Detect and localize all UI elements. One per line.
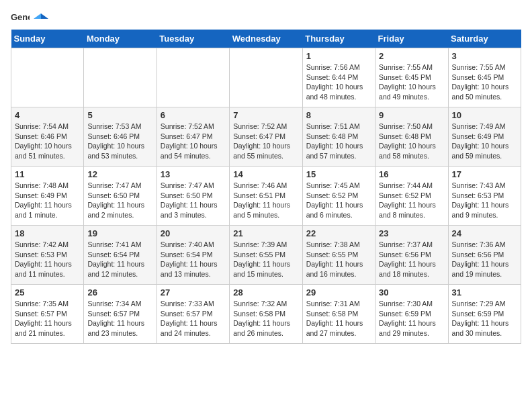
calendar-cell bbox=[230, 48, 302, 107]
cell-info: Sunset: 6:51 PM bbox=[233, 191, 298, 201]
cell-info: Daylight: 11 hours and 3 minutes. bbox=[161, 200, 226, 220]
svg-marker-2 bbox=[34, 13, 41, 19]
cell-info: Sunrise: 7:30 AM bbox=[379, 299, 444, 309]
cell-info: Sunset: 6:50 PM bbox=[161, 191, 226, 201]
date-number: 5 bbox=[87, 110, 152, 120]
cell-info: Sunrise: 7:40 AM bbox=[161, 240, 226, 250]
cell-info: Daylight: 11 hours and 19 minutes. bbox=[452, 259, 517, 279]
cell-info: Sunrise: 7:55 AM bbox=[379, 62, 444, 73]
cell-info: Sunset: 6:58 PM bbox=[233, 309, 298, 319]
week-row-3: 11Sunrise: 7:48 AMSunset: 6:49 PMDayligh… bbox=[11, 167, 521, 226]
calendar-cell: 15Sunrise: 7:45 AMSunset: 6:52 PMDayligh… bbox=[302, 167, 375, 226]
calendar-cell bbox=[84, 48, 157, 107]
calendar-cell: 5Sunrise: 7:53 AMSunset: 6:46 PMDaylight… bbox=[84, 107, 157, 167]
cell-info: Daylight: 11 hours and 24 minutes. bbox=[161, 318, 226, 338]
logo-bird-icon bbox=[34, 12, 48, 27]
cell-info: Sunrise: 7:45 AM bbox=[306, 181, 371, 191]
date-number: 9 bbox=[379, 110, 444, 120]
cell-info: Sunrise: 7:52 AM bbox=[161, 122, 226, 132]
day-header-tuesday: Tuesday bbox=[157, 30, 229, 48]
calendar-cell: 31Sunrise: 7:29 AMSunset: 6:59 PMDayligh… bbox=[448, 285, 521, 344]
cell-info: Sunset: 6:54 PM bbox=[87, 250, 152, 260]
calendar-cell: 11Sunrise: 7:48 AMSunset: 6:49 PMDayligh… bbox=[11, 167, 84, 226]
cell-info: Daylight: 10 hours and 51 minutes. bbox=[15, 141, 80, 161]
cell-info: Daylight: 11 hours and 6 minutes. bbox=[306, 200, 371, 220]
cell-info: Daylight: 10 hours and 58 minutes. bbox=[379, 141, 444, 161]
cell-info: Sunrise: 7:35 AM bbox=[15, 299, 80, 309]
cell-info: Sunrise: 7:42 AM bbox=[15, 240, 80, 250]
cell-info: Daylight: 10 hours and 55 minutes. bbox=[233, 141, 298, 161]
cell-info: Daylight: 11 hours and 2 minutes. bbox=[87, 200, 152, 220]
cell-info: Sunset: 6:47 PM bbox=[233, 132, 298, 142]
calendar-cell: 21Sunrise: 7:39 AMSunset: 6:55 PMDayligh… bbox=[230, 226, 302, 285]
calendar-cell: 16Sunrise: 7:44 AMSunset: 6:52 PMDayligh… bbox=[375, 167, 448, 226]
date-number: 20 bbox=[161, 228, 226, 238]
date-number: 3 bbox=[452, 51, 517, 61]
calendar-cell: 20Sunrise: 7:40 AMSunset: 6:54 PMDayligh… bbox=[157, 226, 229, 285]
cell-info: Sunrise: 7:33 AM bbox=[161, 299, 226, 309]
calendar-cell: 6Sunrise: 7:52 AMSunset: 6:47 PMDaylight… bbox=[157, 107, 229, 167]
calendar-cell: 14Sunrise: 7:46 AMSunset: 6:51 PMDayligh… bbox=[230, 167, 302, 226]
svg-marker-1 bbox=[41, 13, 48, 19]
cell-info: Sunset: 6:45 PM bbox=[379, 73, 444, 83]
date-number: 28 bbox=[233, 287, 298, 298]
cell-info: Sunrise: 7:51 AM bbox=[306, 122, 371, 132]
cell-info: Daylight: 11 hours and 12 minutes. bbox=[87, 259, 152, 279]
cell-info: Daylight: 11 hours and 26 minutes. bbox=[233, 318, 298, 338]
cell-info: Sunrise: 7:49 AM bbox=[452, 122, 517, 132]
cell-info: Sunset: 6:52 PM bbox=[379, 191, 444, 201]
cell-info: Sunrise: 7:52 AM bbox=[233, 122, 298, 132]
cell-info: Sunset: 6:56 PM bbox=[452, 250, 517, 260]
cell-info: Daylight: 11 hours and 9 minutes. bbox=[452, 200, 517, 220]
cell-info: Sunrise: 7:50 AM bbox=[379, 122, 444, 132]
cell-info: Daylight: 11 hours and 21 minutes. bbox=[15, 318, 80, 338]
date-number: 29 bbox=[306, 287, 371, 298]
date-number: 19 bbox=[87, 228, 152, 238]
calendar-cell: 27Sunrise: 7:33 AMSunset: 6:57 PMDayligh… bbox=[157, 285, 229, 344]
calendar-cell: 26Sunrise: 7:34 AMSunset: 6:57 PMDayligh… bbox=[84, 285, 157, 344]
day-header-monday: Monday bbox=[84, 30, 157, 48]
cell-info: Sunrise: 7:47 AM bbox=[161, 181, 226, 191]
cell-info: Daylight: 10 hours and 50 minutes. bbox=[452, 82, 517, 101]
cell-info: Sunset: 6:57 PM bbox=[161, 309, 226, 319]
cell-info: Sunset: 6:54 PM bbox=[161, 250, 226, 260]
cell-info: Sunrise: 7:47 AM bbox=[87, 181, 152, 191]
cell-info: Sunset: 6:53 PM bbox=[15, 250, 80, 260]
date-number: 30 bbox=[379, 287, 444, 298]
date-number: 10 bbox=[452, 110, 517, 120]
cell-info: Daylight: 10 hours and 54 minutes. bbox=[161, 141, 226, 161]
header: General bbox=[11, 11, 521, 24]
cell-info: Sunrise: 7:39 AM bbox=[233, 240, 298, 250]
calendar-cell: 25Sunrise: 7:35 AMSunset: 6:57 PMDayligh… bbox=[11, 285, 84, 344]
calendar-cell: 22Sunrise: 7:38 AMSunset: 6:55 PMDayligh… bbox=[302, 226, 375, 285]
cell-info: Sunrise: 7:29 AM bbox=[452, 299, 517, 309]
cell-info: Sunset: 6:59 PM bbox=[452, 309, 517, 319]
cell-info: Daylight: 10 hours and 48 minutes. bbox=[306, 82, 371, 101]
cell-info: Sunset: 6:44 PM bbox=[306, 73, 371, 83]
cell-info: Sunrise: 7:46 AM bbox=[233, 181, 298, 191]
cell-info: Sunrise: 7:43 AM bbox=[452, 181, 517, 191]
date-number: 13 bbox=[161, 169, 226, 179]
cell-info: Sunrise: 7:37 AM bbox=[379, 240, 444, 250]
calendar-cell: 7Sunrise: 7:52 AMSunset: 6:47 PMDaylight… bbox=[230, 107, 302, 167]
date-number: 21 bbox=[233, 228, 298, 238]
day-header-thursday: Thursday bbox=[302, 30, 375, 48]
calendar-cell: 9Sunrise: 7:50 AMSunset: 6:48 PMDaylight… bbox=[375, 107, 448, 167]
calendar-cell: 18Sunrise: 7:42 AMSunset: 6:53 PMDayligh… bbox=[11, 226, 84, 285]
cell-info: Daylight: 11 hours and 30 minutes. bbox=[452, 318, 517, 338]
week-row-2: 4Sunrise: 7:54 AMSunset: 6:46 PMDaylight… bbox=[11, 107, 521, 167]
date-number: 17 bbox=[452, 169, 517, 179]
cell-info: Sunset: 6:46 PM bbox=[15, 132, 80, 142]
date-number: 31 bbox=[452, 287, 517, 298]
calendar-cell: 29Sunrise: 7:31 AMSunset: 6:58 PMDayligh… bbox=[302, 285, 375, 344]
date-number: 23 bbox=[379, 228, 444, 238]
cell-info: Daylight: 10 hours and 49 minutes. bbox=[379, 82, 444, 101]
week-row-1: 1Sunrise: 7:56 AMSunset: 6:44 PMDaylight… bbox=[11, 48, 521, 107]
cell-info: Sunset: 6:55 PM bbox=[306, 250, 371, 260]
date-number: 22 bbox=[306, 228, 371, 238]
cell-info: Sunset: 6:57 PM bbox=[87, 309, 152, 319]
date-number: 8 bbox=[306, 110, 371, 120]
cell-info: Daylight: 11 hours and 23 minutes. bbox=[87, 318, 152, 338]
cell-info: Sunrise: 7:34 AM bbox=[87, 299, 152, 309]
cell-info: Sunset: 6:45 PM bbox=[452, 73, 517, 83]
